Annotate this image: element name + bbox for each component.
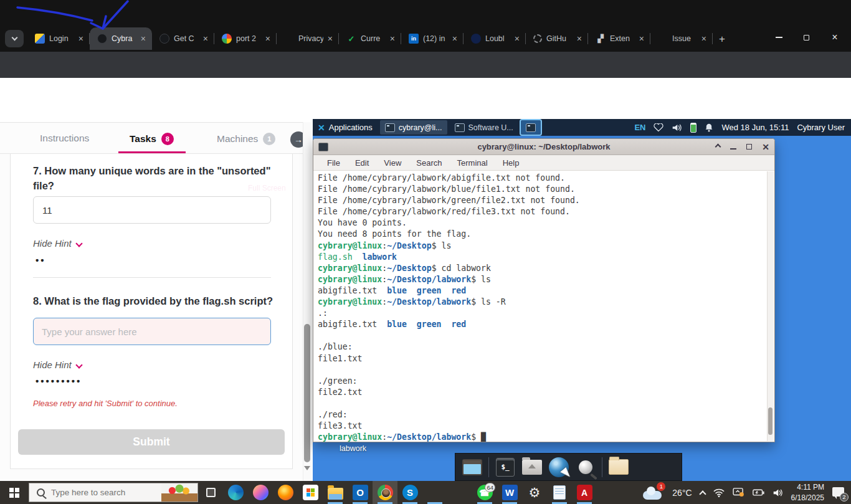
submit-button[interactable]: Submit xyxy=(18,429,285,455)
dock-file-manager-icon[interactable] xyxy=(521,457,543,478)
taskbar-store-icon[interactable] xyxy=(298,481,323,504)
tab-close-icon[interactable]: × xyxy=(265,34,270,43)
browser-tab-cybra[interactable]: Cybra× xyxy=(90,27,152,50)
question-7-input[interactable] xyxy=(33,196,271,224)
wifi-icon[interactable] xyxy=(713,488,725,497)
taskbar-settings-icon[interactable]: ⚙ xyxy=(522,481,547,504)
terminal-menu-terminal[interactable]: Terminal xyxy=(457,158,488,168)
search-daily-image[interactable] xyxy=(161,483,197,502)
window-close-button[interactable]: × xyxy=(821,25,849,50)
terminal-window[interactable]: cybrary@linux: ~/Desktop/labwork ✕ FileE… xyxy=(313,138,775,442)
taskbar-acrobat-icon[interactable]: A xyxy=(572,481,597,504)
vm-applications-menu[interactable]: ✕ Applications xyxy=(313,123,378,133)
tab-close-icon[interactable]: × xyxy=(452,34,457,43)
vm-battery-icon[interactable] xyxy=(690,123,696,133)
dock-show-desktop-icon[interactable] xyxy=(462,457,483,478)
taskbar-outlook-icon[interactable]: O xyxy=(348,481,373,504)
terminal-minimize-button[interactable] xyxy=(730,148,736,150)
terminal-maximize-button[interactable] xyxy=(746,144,752,150)
terminal-menu-edit[interactable]: Edit xyxy=(355,158,369,168)
tab-search-button[interactable] xyxy=(5,30,24,47)
vm-clock[interactable]: Wed 18 Jun, 15:11 xyxy=(721,123,789,132)
tab-tasks[interactable]: Tasks8 xyxy=(130,133,174,145)
temperature-label[interactable]: 26°C xyxy=(672,488,692,498)
search-input[interactable] xyxy=(51,488,151,497)
taskbar-edge-icon[interactable] xyxy=(223,481,248,504)
terminal-scrollbar[interactable] xyxy=(767,171,774,441)
terminal-close-button[interactable]: ✕ xyxy=(762,143,769,151)
dock-folder-icon[interactable] xyxy=(608,457,629,478)
tray-overflow-chevron[interactable] xyxy=(699,490,706,497)
browser-tab-privacy-en[interactable]: Privacy en× xyxy=(277,27,339,50)
desktop-folder-label[interactable]: labwork xyxy=(340,444,366,453)
dock-browser-icon[interactable] xyxy=(548,457,569,478)
vm-window-button[interactable]: cybrary@li... xyxy=(380,120,447,135)
vm-language-indicator[interactable]: EN xyxy=(634,123,645,132)
browser-tab-exten[interactable]: ▞Exten× xyxy=(588,27,650,50)
tab-close-icon[interactable]: × xyxy=(577,34,582,43)
taskbar-clock[interactable]: 4:11 PM 6/18/2025 xyxy=(791,482,824,502)
tab-close-icon[interactable]: × xyxy=(78,34,83,43)
dock-terminal-icon[interactable]: $_ xyxy=(495,457,516,478)
taskbar-copilot-icon[interactable] xyxy=(248,481,273,504)
tab-instructions[interactable]: Instructions xyxy=(40,133,89,144)
taskbar-whatsapp-icon[interactable]: ☎64 xyxy=(472,481,497,504)
page-scrollbar-down-arrow[interactable] xyxy=(304,466,310,470)
question-8-input[interactable] xyxy=(33,318,271,345)
terminal-menu-search[interactable]: Search xyxy=(416,158,442,168)
browser-tab-login[interactable]: Login× xyxy=(27,27,90,50)
page-scrollbar-thumb[interactable] xyxy=(304,324,310,462)
terminal-rollup-button[interactable] xyxy=(715,144,721,150)
browser-tab-get-c[interactable]: Get C× xyxy=(152,27,214,50)
tab-close-icon[interactable]: × xyxy=(390,34,395,43)
share-screen-icon[interactable] xyxy=(733,488,744,497)
window-minimize-button[interactable] xyxy=(765,25,792,50)
terminal-menu-view[interactable]: View xyxy=(384,158,401,168)
tab-machines[interactable]: Machines1 xyxy=(217,133,275,145)
notification-center-button[interactable]: 2 xyxy=(832,487,846,499)
tab-close-icon[interactable]: × xyxy=(141,34,146,43)
vm-window-button[interactable] xyxy=(521,120,541,135)
terminal-menu-help[interactable]: Help xyxy=(503,158,520,168)
taskbar-notepad-icon[interactable] xyxy=(547,481,572,504)
tab-close-icon[interactable]: × xyxy=(515,34,520,43)
tab-close-icon[interactable]: × xyxy=(203,34,208,43)
browser-tab-issue[interactable]: Issue× xyxy=(650,27,713,50)
vm-bell-icon[interactable] xyxy=(705,123,713,132)
start-button[interactable] xyxy=(0,481,29,504)
terminal-output[interactable]: File /home/cybrary/labwork/abigfile.txt … xyxy=(314,171,767,442)
volume-icon[interactable] xyxy=(773,488,783,497)
browser-tab-curre[interactable]: ✓Curre× xyxy=(339,27,401,50)
browser-tab--12-in[interactable]: in(12) in× xyxy=(401,27,464,50)
question-7-hint-toggle[interactable]: Hide Hint xyxy=(33,238,82,249)
tab-close-icon[interactable]: × xyxy=(639,34,644,43)
taskbar-explorer-icon[interactable] xyxy=(323,481,348,504)
terminal-menu-file[interactable]: File xyxy=(327,158,340,168)
battery-icon[interactable] xyxy=(753,489,764,497)
vm-volume-icon[interactable] xyxy=(672,123,682,132)
browser-tab-githu[interactable]: GitHu× xyxy=(526,27,588,50)
tab-close-icon[interactable]: × xyxy=(328,34,333,43)
question-8-hint-toggle[interactable]: Hide Hint xyxy=(33,359,82,370)
taskbar-firefox-icon[interactable] xyxy=(273,481,298,504)
terminal-scrollbar-thumb[interactable] xyxy=(768,407,773,435)
vm-viewport[interactable]: ✕ Applications cybrary@li...Software U..… xyxy=(313,119,851,481)
taskbar-skype-icon[interactable]: S xyxy=(397,481,422,504)
browser-tab-port-2[interactable]: port 2× xyxy=(214,27,277,50)
vm-window-button[interactable]: Software U... xyxy=(450,120,518,135)
vm-user-menu[interactable]: Cybrary User xyxy=(797,123,845,132)
window-restore-button[interactable] xyxy=(792,25,820,50)
weather-icon[interactable]: 1 xyxy=(643,485,664,501)
terminal-titlebar[interactable]: cybrary@linux: ~/Desktop/labwork ✕ xyxy=(313,139,774,155)
vm-tag-icon[interactable] xyxy=(654,123,663,132)
taskbar-stickynotes-icon[interactable] xyxy=(422,481,447,504)
taskbar-chrome-icon[interactable] xyxy=(373,481,397,504)
task-view-button[interactable] xyxy=(198,481,223,504)
dock-search-icon[interactable] xyxy=(575,457,596,478)
tab-close-icon[interactable]: × xyxy=(701,34,706,43)
taskbar-calculator-icon[interactable] xyxy=(447,481,472,504)
taskbar-word-icon[interactable]: W xyxy=(497,481,522,504)
browser-tab-loubl[interactable]: Loubl× xyxy=(464,27,526,50)
taskbar-search-box[interactable] xyxy=(29,483,198,502)
new-tab-button[interactable]: + xyxy=(715,32,729,46)
